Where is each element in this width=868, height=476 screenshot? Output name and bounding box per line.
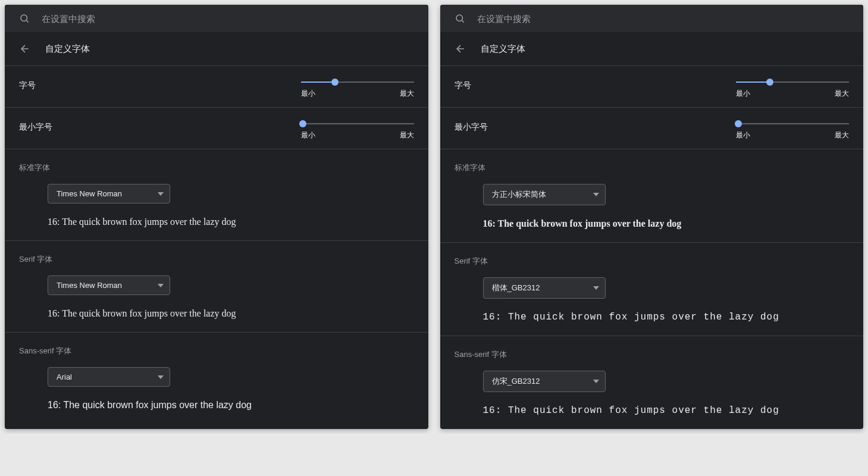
standard-font-dropdown[interactable]: Times New Roman [48,184,170,203]
standard-font-heading: 标准字体 [19,162,414,173]
svg-point-3 [456,15,463,21]
sans-font-dropdown[interactable]: 仿宋_GB2312 [483,371,606,392]
serif-font-dropdown[interactable]: Times New Roman [48,275,170,295]
font-size-slider[interactable]: 最小 最大 [301,78,414,99]
back-arrow-icon[interactable] [455,43,466,55]
min-font-size-label: 最小字号 [19,120,52,133]
sans-font-heading: Sans-serif 字体 [19,346,414,356]
page-title: 自定义字体 [45,43,90,55]
standard-font-dropdown[interactable]: 方正小标宋简体 [483,184,606,205]
font-size-label: 字号 [19,78,36,91]
svg-line-1 [26,20,28,22]
sans-font-dropdown[interactable]: Arial [48,367,170,387]
caret-down-icon [158,375,164,379]
slider-thumb-icon[interactable] [331,79,339,86]
min-font-size-row: 最小字号 最小 最大 [440,108,864,149]
sans-font-section: Sans-serif 字体 仿宋_GB2312 16: The quick br… [440,336,864,429]
search-input[interactable] [477,14,850,24]
search-bar [5,5,428,32]
serif-font-preview: 16: The quick brown fox jumps over the l… [483,312,850,322]
content-area: 字号 最小 最大 最小字号 最小 [5,66,428,424]
sans-font-heading: Sans-serif 字体 [455,349,850,360]
sans-font-preview: 16: The quick brown fox jumps over the l… [48,400,414,411]
dropdown-value: 方正小标宋简体 [492,189,546,200]
dropdown-value: Times New Roman [57,189,122,198]
search-bar [440,5,864,32]
settings-panel-right: 自定义字体 字号 最小 最大 最小字号 [440,5,864,429]
slider-thumb-icon[interactable] [766,79,773,86]
dropdown-value: 楷体_GB2312 [492,283,540,293]
dropdown-value: 仿宋_GB2312 [492,376,540,387]
font-size-slider[interactable]: 最小 最大 [736,78,849,99]
standard-font-section: 标准字体 Times New Roman 16: The quick brown… [5,149,428,241]
min-font-size-slider[interactable]: 最小 最大 [736,120,849,140]
caret-down-icon [158,284,164,287]
serif-font-section: Serif 字体 楷体_GB2312 16: The quick brown f… [440,243,864,336]
slider-max-label: 最大 [835,130,849,140]
slider-max-label: 最大 [400,89,414,99]
serif-font-preview: 16: The quick brown fox jumps over the l… [48,308,414,319]
settings-panel-left: 自定义字体 字号 最小 最大 最小字号 [5,5,428,429]
page-header: 自定义字体 [5,32,428,66]
slider-min-label: 最小 [301,89,315,99]
back-arrow-icon[interactable] [19,43,31,55]
dropdown-value: Times New Roman [57,281,122,290]
sans-font-section: Sans-serif 字体 Arial 16: The quick brown … [5,333,428,424]
standard-font-preview: 16: The quick brown fox jumps over the l… [48,217,414,227]
min-font-size-slider[interactable]: 最小 最大 [301,120,414,140]
serif-font-dropdown[interactable]: 楷体_GB2312 [483,277,606,299]
serif-font-heading: Serif 字体 [455,256,850,267]
standard-font-preview: 16: The quick brown fox jumps over the l… [483,218,850,229]
dropdown-value: Arial [57,372,72,381]
slider-max-label: 最大 [835,89,849,99]
caret-down-icon [593,286,599,290]
font-size-label: 字号 [455,78,471,91]
serif-font-section: Serif 字体 Times New Roman 16: The quick b… [5,241,428,333]
search-icon [19,13,30,24]
font-size-row: 字号 最小 最大 [5,66,428,108]
slider-thumb-icon[interactable] [299,120,306,127]
font-size-row: 字号 最小 最大 [440,66,864,108]
sans-font-preview: 16: The quick brown fox jumps over the l… [483,405,850,416]
caret-down-icon [158,192,164,196]
standard-font-section: 标准字体 方正小标宋简体 16: The quick brown fox jum… [440,149,864,243]
slider-max-label: 最大 [400,130,414,140]
slider-min-label: 最小 [301,130,315,140]
search-icon [455,13,465,24]
page-title: 自定义字体 [481,43,525,55]
caret-down-icon [593,193,599,196]
search-input[interactable] [42,14,414,24]
min-font-size-row: 最小字号 最小 最大 [5,108,428,149]
svg-line-4 [462,20,463,22]
slider-min-label: 最小 [736,130,750,140]
min-font-size-label: 最小字号 [455,120,488,133]
svg-point-0 [21,15,27,21]
content-area: 字号 最小 最大 最小字号 最小 [440,66,864,429]
standard-font-heading: 标准字体 [455,162,850,173]
caret-down-icon [593,380,599,383]
slider-min-label: 最小 [736,89,750,99]
serif-font-heading: Serif 字体 [19,254,414,265]
slider-thumb-icon[interactable] [735,120,742,127]
page-header: 自定义字体 [440,32,864,66]
